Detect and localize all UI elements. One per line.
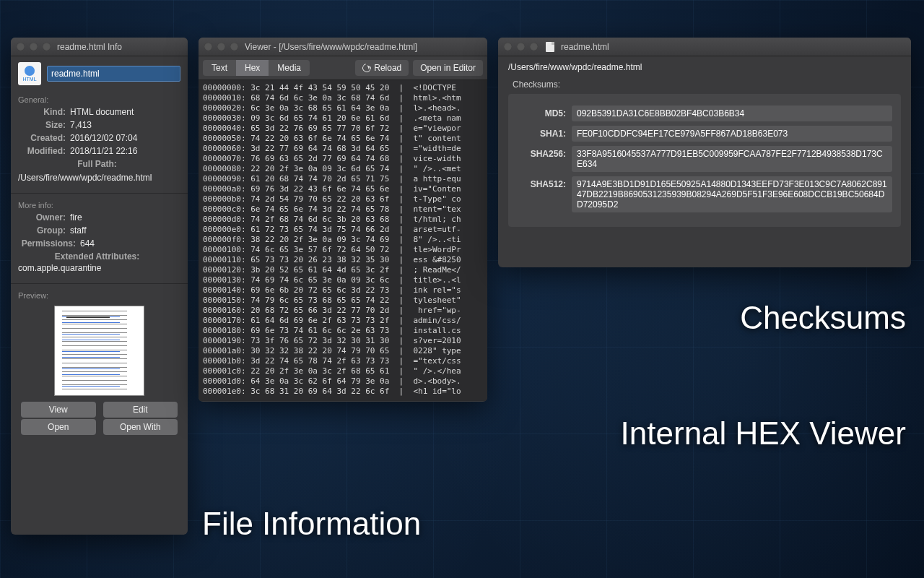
tab-media[interactable]: Media xyxy=(269,60,310,76)
permissions-value: 644 xyxy=(80,238,180,249)
extattr-label: Extended Attributes: xyxy=(18,251,180,262)
zoom-icon[interactable] xyxy=(530,43,538,51)
fullpath-label: Full Path: xyxy=(18,159,180,169)
reload-icon xyxy=(361,62,372,74)
tab-text[interactable]: Text xyxy=(203,60,236,76)
checksums-heading: Checksums: xyxy=(498,75,911,92)
minimize-icon[interactable] xyxy=(517,43,525,51)
minimize-icon[interactable] xyxy=(30,43,38,51)
checksum-path: /Users/fire/www/wpdc/readme.html xyxy=(498,56,911,75)
kind-value: HTML document xyxy=(70,107,180,117)
close-icon[interactable] xyxy=(504,43,512,51)
md5-value[interactable]: 092B5391DA31C6E8BB02BF4BC03B6B34 xyxy=(572,105,892,121)
label-hexviewer: Internal HEX Viewer xyxy=(621,415,906,452)
fullpath-value: /Users/fire/www/wpdc/readme.html xyxy=(11,171,188,190)
section-general: General: xyxy=(11,91,188,105)
zoom-icon[interactable] xyxy=(43,43,51,51)
edit-button[interactable]: Edit xyxy=(103,402,178,418)
view-button[interactable]: View xyxy=(21,402,96,418)
label-checksums: Checksums xyxy=(740,300,906,336)
file-type-icon: HTML xyxy=(18,62,41,85)
group-value: staff xyxy=(70,225,180,236)
modified-value: 2018/11/21 22:16 xyxy=(70,146,180,156)
filename-field[interactable] xyxy=(47,66,180,82)
open-button[interactable]: Open xyxy=(21,419,96,435)
checksum-titlebar[interactable]: readme.html xyxy=(498,38,911,56)
close-icon[interactable] xyxy=(204,43,212,51)
viewer-toolbar: Text Hex Media Reload Open in Editor xyxy=(199,56,487,80)
info-window: readme.html Info HTML General: Kind:HTML… xyxy=(11,38,188,535)
zoom-icon[interactable] xyxy=(230,43,238,51)
hex-content[interactable]: 00000000: 3c 21 44 4f 43 54 59 50 45 20 … xyxy=(199,80,487,401)
checksum-title: readme.html xyxy=(561,42,609,52)
open-in-editor-button[interactable]: Open in Editor xyxy=(413,60,483,76)
info-titlebar[interactable]: readme.html Info xyxy=(11,38,188,56)
document-icon xyxy=(546,42,554,52)
section-moreinfo: More info: xyxy=(11,197,188,211)
checksum-panel: MD5:092B5391DA31C6E8BB02BF4BC03B6B34 SHA… xyxy=(508,94,901,227)
preview-thumbnail xyxy=(54,306,144,396)
close-icon[interactable] xyxy=(17,43,25,51)
viewer-window: Viewer - [/Users/fire/www/wpdc/readme.ht… xyxy=(199,38,487,402)
created-value: 2016/12/02 07:04 xyxy=(70,133,180,143)
info-title: readme.html Info xyxy=(57,42,122,52)
viewer-titlebar[interactable]: Viewer - [/Users/fire/www/wpdc/readme.ht… xyxy=(199,38,487,56)
extattr-value: com.apple.quarantine xyxy=(11,263,188,280)
reload-button[interactable]: Reload xyxy=(355,60,409,76)
tab-hex[interactable]: Hex xyxy=(236,60,269,76)
label-fileinfo: File Information xyxy=(202,506,421,542)
owner-value: fire xyxy=(70,212,180,223)
view-mode-segment: Text Hex Media xyxy=(203,60,310,76)
openwith-button[interactable]: Open With xyxy=(103,419,178,435)
minimize-icon[interactable] xyxy=(217,43,225,51)
size-value: 7,413 xyxy=(70,120,180,130)
section-preview: Preview: xyxy=(11,287,188,301)
sha1-value[interactable]: FE0F10CDDFC94EF17CE979A5FF867AD18B63E073 xyxy=(572,126,892,142)
checksum-window: readme.html /Users/fire/www/wpdc/readme.… xyxy=(498,38,911,267)
sha512-value[interactable]: 9714A9E3BD1D91D165E50925A14880D1343EEFD7… xyxy=(572,176,892,212)
viewer-title: Viewer - [/Users/fire/www/wpdc/readme.ht… xyxy=(245,42,417,52)
sha256-value[interactable]: 33F8A9516045537A777D91EB5C009959FCAA787F… xyxy=(572,146,892,172)
